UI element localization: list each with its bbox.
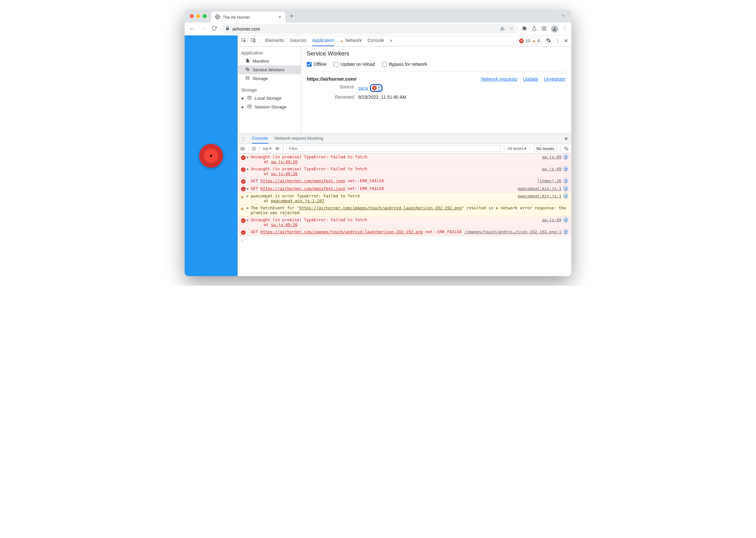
address-bar[interactable]: airhorner.com ☆: [221, 24, 518, 34]
tab-console[interactable]: Console: [367, 35, 384, 46]
source-file-link[interactable]: sw.js: [358, 85, 368, 91]
link-network-requests[interactable]: Network requests: [481, 77, 518, 81]
repeat-icon: [563, 154, 568, 159]
extensions-icon[interactable]: [522, 26, 527, 32]
tab-application[interactable]: Application: [312, 35, 335, 46]
console-messages[interactable]: ▶Uncaught (in promise) TypeError: Failed…: [238, 153, 571, 276]
sidebar-item-storage[interactable]: Storage: [238, 74, 301, 83]
error-icon: [241, 154, 247, 164]
console-message[interactable]: GET https://airhorner.com/manifest.json …: [238, 177, 571, 185]
link-update[interactable]: Update: [523, 77, 538, 81]
reading-list-icon[interactable]: [542, 26, 546, 32]
tab-network[interactable]: Network: [340, 35, 361, 46]
expand-icon[interactable]: ▶: [247, 186, 251, 191]
console-filter-input[interactable]: [287, 145, 501, 152]
section-application: Application: [238, 49, 301, 57]
message-location[interactable]: pwacompat.min.js:1: [518, 186, 568, 191]
console-message[interactable]: ▶Uncaught (in promise) TypeError: Failed…: [238, 165, 571, 177]
drawer-close-icon[interactable]: ✕: [564, 136, 568, 141]
console-message[interactable]: ▶Uncaught (in promise) TypeError: Failed…: [238, 216, 571, 228]
expand-icon[interactable]: ▶: [247, 217, 251, 227]
console-message[interactable]: GET https://airhorner.com/images/touch/a…: [238, 228, 571, 236]
devtools-close-icon[interactable]: ✕: [564, 38, 568, 44]
clear-console-icon[interactable]: [252, 146, 256, 151]
expand-icon[interactable]: ▶: [247, 193, 251, 203]
console-message[interactable]: ▶Uncaught (in promise) TypeError: Failed…: [238, 153, 571, 165]
reload-button[interactable]: [210, 26, 218, 32]
levels-selector[interactable]: All levels ▾: [507, 146, 527, 151]
tab-more[interactable]: »: [390, 35, 393, 46]
console-settings-icon[interactable]: [564, 146, 569, 151]
sidebar-item-local-storage[interactable]: ▶ Local Storage: [238, 94, 301, 103]
console-message[interactable]: ▲▶pwacompat.js error TypeError: Failed t…: [238, 192, 571, 204]
expand-icon: [247, 229, 251, 235]
devtools-menu-icon[interactable]: ⋮: [555, 38, 560, 44]
expand-icon[interactable]: ▶: [247, 205, 251, 215]
sw-options-row: Offline Update on reload Bypass for netw…: [307, 60, 566, 72]
repeat-icon: [563, 166, 568, 171]
context-selector[interactable]: top ▾: [263, 146, 272, 151]
devtools-topbar: Elements Sources Application Network Con…: [238, 35, 571, 46]
message-location[interactable]: sw.js:49: [542, 166, 568, 176]
error-icon: [241, 186, 247, 191]
tab-elements[interactable]: Elements: [265, 35, 284, 46]
error-count-link[interactable]: 5: [378, 85, 380, 91]
message-location[interactable]: sw.js:49: [542, 154, 568, 164]
forward-button[interactable]: →: [199, 26, 207, 32]
repeat-icon: [563, 193, 568, 198]
link-unregister[interactable]: Unregister: [544, 77, 566, 81]
live-expression-icon[interactable]: [275, 146, 280, 151]
sw-origin: https://airhorner.com/: [307, 76, 356, 81]
issue-counter[interactable]: 10 8: [517, 38, 542, 44]
browser-menu-icon[interactable]: ⋮: [563, 27, 567, 31]
message-location[interactable]: pwacompat.min.js:1: [518, 193, 568, 203]
new-tab-button[interactable]: +: [288, 13, 296, 20]
profile-avatar[interactable]: [551, 26, 558, 32]
tab-strip: The Air Horner × +: [185, 10, 571, 23]
browser-tab[interactable]: The Air Horner ×: [211, 12, 285, 23]
drawer-tab-blocking[interactable]: Network request blocking: [274, 134, 323, 143]
chevron-right-icon[interactable]: ▶: [242, 105, 244, 109]
airhorn-button[interactable]: [199, 144, 223, 168]
lock-icon: [225, 26, 230, 31]
sidebar-item-session-storage[interactable]: ▶ Session Storage: [238, 103, 301, 111]
database-icon: [245, 76, 250, 81]
drawer-tab-console[interactable]: Console: [252, 134, 268, 143]
message-location[interactable]: /images/touch/androi…ricon-192-192.png:1: [464, 229, 568, 235]
console-message[interactable]: ▲▶The FetchEvent for "https://airhorner.…: [238, 204, 571, 216]
tab-overflow-icon[interactable]: [561, 14, 568, 19]
svg-rect-7: [254, 39, 255, 42]
console-prompt[interactable]: ›: [238, 236, 571, 243]
message-location[interactable]: sw.js:49: [542, 217, 568, 227]
back-button[interactable]: ←: [188, 26, 196, 32]
update-on-reload-checkbox[interactable]: Update on reload: [334, 62, 375, 67]
bookmark-icon[interactable]: ☆: [509, 26, 514, 32]
offline-checkbox[interactable]: Offline: [307, 62, 326, 67]
share-icon[interactable]: [500, 26, 505, 32]
labs-icon[interactable]: [532, 26, 537, 32]
globe-icon: [215, 14, 220, 20]
close-window-button[interactable]: [190, 14, 194, 18]
close-tab-icon[interactable]: ×: [278, 14, 281, 20]
sidebar-item-service-workers[interactable]: Service Workers: [238, 66, 301, 74]
minimize-window-button[interactable]: [196, 14, 200, 18]
console-sidebar-toggle-icon[interactable]: [240, 146, 245, 151]
bypass-network-checkbox[interactable]: Bypass for network: [382, 62, 427, 67]
device-toggle-icon[interactable]: [251, 38, 256, 44]
issues-button[interactable]: No Issues: [533, 145, 557, 152]
tab-sources[interactable]: Sources: [290, 35, 306, 46]
console-message[interactable]: ▶GET https://airhorner.com/manifest.json…: [238, 185, 571, 193]
expand-icon[interactable]: ▶: [247, 166, 251, 176]
expand-icon[interactable]: ▶: [247, 154, 251, 164]
svg-point-4: [554, 27, 555, 29]
message-location[interactable]: (index):26: [537, 178, 568, 184]
error-icon: [519, 39, 524, 43]
browser-toolbar-icons: ⋮: [521, 26, 568, 32]
drawer-menu-icon[interactable]: ⋮: [241, 136, 246, 141]
inspect-icon[interactable]: [241, 38, 246, 44]
devtools-settings-icon[interactable]: [546, 38, 551, 44]
chevron-right-icon[interactable]: ▶: [242, 96, 244, 100]
expand-icon: [247, 178, 251, 184]
sidebar-item-manifest[interactable]: Manifest: [238, 57, 301, 66]
maximize-window-button[interactable]: [203, 14, 207, 18]
